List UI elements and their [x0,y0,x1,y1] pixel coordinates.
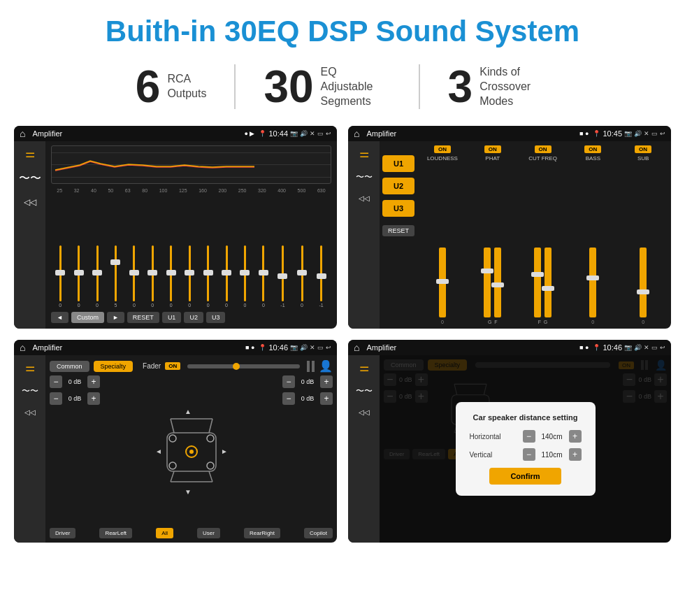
modal-horizontal-minus[interactable]: − [523,430,535,443]
sp-user-btn[interactable]: User [197,528,220,538]
home-icon-2[interactable]: ⌂ [354,128,359,139]
eq-prev-btn[interactable]: ◄ [51,312,68,323]
slider-track-5[interactable] [133,245,135,301]
eq-reset-btn[interactable]: RESET [127,312,159,323]
phat-track-g[interactable] [484,248,491,317]
phat-thumb-g[interactable] [481,268,493,273]
sp-fader-track[interactable] [187,364,300,368]
sp-minus-1[interactable]: − [50,375,62,388]
modal-horizontal-plus[interactable]: + [569,430,582,443]
slider-track-14[interactable] [301,245,303,301]
sp-rearright-btn[interactable]: RearRight [244,528,280,538]
back-icon-1[interactable]: ↩ [326,130,331,137]
slider-thumb-8[interactable] [185,270,194,275]
eq-filter-icon[interactable]: ⚌ [25,147,35,160]
crossover-reset-btn[interactable]: RESET [382,225,414,236]
slider-thumb-6[interactable] [147,270,157,275]
sub-track[interactable] [640,248,647,317]
slider-track-7[interactable] [170,245,172,301]
sp-common-tab[interactable]: Common [50,361,89,372]
slider-track-10[interactable] [226,245,228,301]
slider-track-12[interactable] [262,245,264,301]
slider-track-4[interactable] [115,245,117,301]
slider-track-1[interactable] [59,245,62,301]
sub-thumb[interactable] [637,289,649,294]
eq-custom-btn[interactable]: Custom [71,312,104,323]
sp-minus-3[interactable]: − [282,375,295,388]
modal-vertical-row: Vertical − 110cm + [470,448,582,461]
sp-filter-icon[interactable]: ⚌ [25,361,35,374]
eq-u2-btn[interactable]: U2 [184,312,203,323]
slider-thumb-13[interactable] [277,273,287,279]
dist-speaker-icon[interactable]: ◁◁ [359,408,370,416]
sp-person-icon[interactable]: 👤 [319,359,333,373]
loudness-thumb[interactable] [436,279,449,284]
slider-thumb-5[interactable] [129,270,139,275]
sp-all-btn[interactable]: All [156,528,173,538]
dist-wave-icon[interactable]: 〜〜 [356,385,373,397]
slider-thumb-9[interactable] [203,270,213,275]
sp-minus-4[interactable]: − [282,392,295,405]
home-icon-4[interactable]: ⌂ [354,342,359,353]
back-icon-2[interactable]: ↩ [660,130,665,137]
eq-wave-icon[interactable]: 〜〜 [19,171,41,186]
slider-thumb-3[interactable] [92,270,102,275]
sp-plus-1[interactable]: + [87,375,100,388]
modal-vertical-plus[interactable]: + [569,448,582,461]
back-icon-3[interactable]: ↩ [326,344,331,351]
u3-btn[interactable]: U3 [382,200,414,217]
home-icon-3[interactable]: ⌂ [20,342,25,353]
sp-wave-icon[interactable]: 〜〜 [22,385,38,397]
sp-minus-2[interactable]: − [50,392,62,405]
cutfreq-thumb-f[interactable] [531,272,544,277]
loudness-track[interactable] [439,248,446,317]
back-icon-4[interactable]: ↩ [660,344,665,351]
eq-u1-btn[interactable]: U1 [162,312,182,323]
cutfreq-thumb-g[interactable] [542,286,554,291]
sp-copilot-btn[interactable]: Copilot [304,528,333,538]
bass-track[interactable] [589,248,596,317]
crossover-speaker-icon[interactable]: ◁◁ [359,194,370,202]
slider-thumb-10[interactable] [222,270,231,275]
slider-track-13[interactable] [282,245,284,301]
crossover-filter-icon[interactable]: ⚌ [359,147,369,160]
slider-track-11[interactable] [244,245,246,301]
u1-btn[interactable]: U1 [382,155,414,172]
slider-thumb-4[interactable] [110,259,120,265]
phat-track-f[interactable] [494,248,501,317]
slider-track-15[interactable] [320,245,322,301]
slider-track-3[interactable] [96,245,99,301]
sp-driver-btn[interactable]: Driver [50,528,75,538]
sp-speaker-icon[interactable]: ◁◁ [24,408,36,416]
sp-plus-2[interactable]: + [87,392,100,405]
sp-plus-3[interactable]: + [320,375,333,388]
dist-filter-icon[interactable]: ⚌ [359,361,369,374]
slider-thumb-11[interactable] [240,270,250,275]
slider-track-2[interactable] [78,245,80,301]
slider-track-9[interactable] [207,245,209,301]
slider-track-6[interactable] [152,245,154,301]
slider-thumb-7[interactable] [166,270,176,275]
crossover-wave-icon[interactable]: 〜〜 [356,171,373,183]
eq-play-btn[interactable]: ► [107,312,124,323]
u2-btn[interactable]: U2 [382,178,414,194]
bass-thumb[interactable] [586,275,599,280]
cutfreq-track-f[interactable] [534,248,541,317]
slider-thumb-12[interactable] [259,270,268,275]
modal-confirm-button[interactable]: Confirm [489,468,561,485]
modal-vertical-minus[interactable]: − [523,448,535,461]
home-icon-1[interactable]: ⌂ [20,128,25,139]
slider-track-8[interactable] [189,245,191,301]
cutfreq-track-g[interactable] [545,248,551,317]
eq-u3-btn[interactable]: U3 [206,312,226,323]
phat-thumb-f[interactable] [491,282,504,287]
slider-thumb-14[interactable] [297,270,307,275]
eq-speaker-icon[interactable]: ◁◁ [24,197,36,207]
sp-rearleft-btn[interactable]: RearLeft [99,528,132,538]
slider-thumb-15[interactable] [317,273,326,279]
sp-plus-4[interactable]: + [320,392,333,405]
sp-fader-knob[interactable] [233,363,240,370]
slider-thumb-1[interactable] [55,270,65,275]
slider-thumb-2[interactable] [74,270,84,275]
sp-specialty-tab[interactable]: Specialty [94,361,134,372]
